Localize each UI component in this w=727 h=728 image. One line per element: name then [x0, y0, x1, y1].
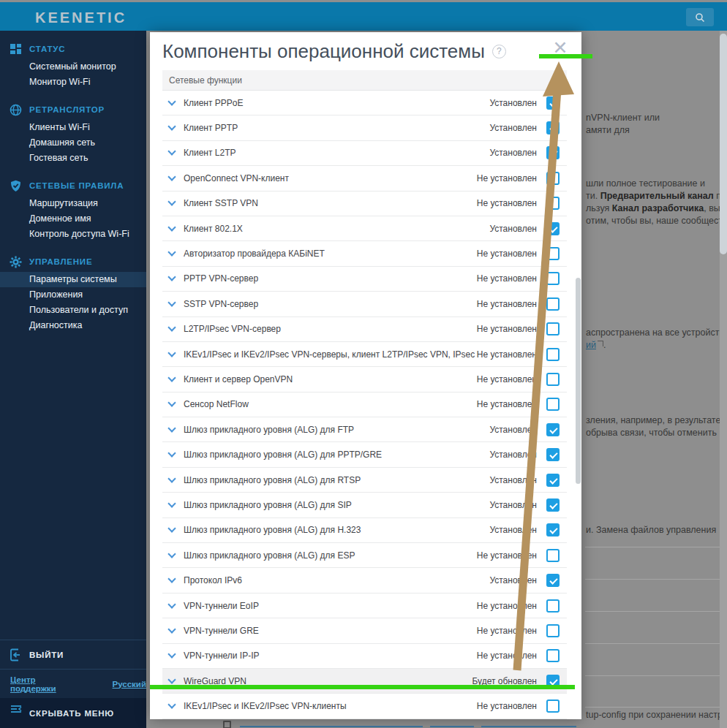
chevron-down-icon[interactable] — [167, 97, 176, 105]
shield-check-icon — [10, 180, 22, 192]
component-status: Не установлен — [477, 550, 537, 561]
chevron-down-icon[interactable] — [167, 248, 176, 256]
component-checkbox[interactable] — [546, 523, 560, 536]
chevron-down-icon[interactable] — [167, 651, 176, 659]
component-row: VPN-туннели IP-IP Не установлен — [162, 644, 567, 669]
sidebar-item[interactable]: Параметры системы — [0, 272, 146, 287]
component-row: SSTP VPN-сервер Не установлен — [162, 292, 567, 316]
sidebar-item[interactable]: Монитор Wi-Fi — [0, 75, 146, 90]
chevron-down-icon[interactable] — [167, 424, 176, 432]
sidebar-item[interactable]: Диагностика — [0, 318, 146, 333]
component-checkbox[interactable] — [546, 649, 560, 662]
chevron-down-icon[interactable] — [167, 223, 176, 231]
sidebar-item[interactable]: Маршрутизация — [0, 196, 146, 211]
component-status: Установлен — [489, 148, 537, 158]
chevron-down-icon[interactable] — [167, 399, 176, 407]
chevron-down-icon[interactable] — [167, 198, 176, 206]
component-checkbox[interactable] — [546, 474, 560, 487]
component-checkbox[interactable] — [546, 398, 560, 411]
chevron-down-icon[interactable] — [167, 273, 176, 281]
chevron-down-icon[interactable] — [167, 148, 176, 156]
component-checkbox[interactable] — [546, 197, 560, 210]
sidebar-section-repeater: РЕТРАНСЛЯТОР Клиенты Wi-FiДомашняя сетьГ… — [0, 104, 146, 166]
component-checkbox[interactable] — [546, 423, 560, 436]
sidebar-section-label: УПРАВЛЕНИЕ — [29, 257, 92, 266]
component-checkbox[interactable] — [546, 624, 560, 637]
component-name: Клиент 802.1X — [184, 224, 489, 234]
close-icon[interactable]: ✕ — [549, 37, 571, 58]
sidebar-item[interactable]: Системный монитор — [0, 59, 146, 75]
component-status: Установлен — [489, 123, 537, 133]
support-center-link[interactable]: Центр поддержки — [10, 675, 82, 693]
chevron-down-icon[interactable] — [167, 449, 176, 457]
component-name: Сенсор NetFlow — [184, 399, 477, 409]
language-link[interactable]: Русский — [113, 680, 146, 689]
chevron-down-icon[interactable] — [167, 525, 176, 533]
component-checkbox[interactable] — [546, 247, 560, 260]
bg-text: отим, чтобы вы, наше сообщество, как — [586, 216, 727, 226]
component-status: Установлен — [489, 98, 537, 108]
os-components-modal: Компоненты операционной системы ? ✕ Сете… — [150, 32, 581, 719]
sidebar-item[interactable]: Домашняя сеть — [0, 135, 146, 151]
component-status: Не установлен — [477, 374, 537, 384]
component-checkbox[interactable] — [546, 549, 560, 562]
chevron-down-icon[interactable] — [167, 499, 176, 507]
component-checkbox[interactable] — [546, 146, 560, 159]
chevron-down-icon[interactable] — [167, 625, 176, 633]
hide-menu-button[interactable]: СКРЫВАТЬ МЕНЮ — [0, 698, 146, 728]
sidebar-item[interactable]: Гостевая сеть — [0, 151, 146, 166]
component-row: PPTP VPN-сервер Не установлен — [162, 267, 567, 292]
chevron-down-icon[interactable] — [167, 675, 176, 683]
component-checkbox[interactable] — [546, 272, 560, 285]
sidebar-item[interactable]: Приложения — [0, 287, 146, 303]
modal-scrollbar-thumb[interactable] — [576, 278, 581, 484]
bg-text: и. Замена файлов управления — [586, 525, 716, 535]
component-name: VPN-туннели IP-IP — [184, 651, 477, 661]
sidebar-item[interactable]: Пользователи и доступ — [0, 303, 146, 318]
component-name: Протокол IPv6 — [184, 575, 489, 585]
component-status: Не установлен — [477, 349, 537, 360]
chevron-down-icon[interactable] — [167, 575, 176, 583]
chevron-down-icon[interactable] — [167, 550, 176, 558]
component-checkbox[interactable] — [546, 172, 560, 185]
sidebar-section-label: СЕТЕВЫЕ ПРАВИЛА — [29, 181, 124, 190]
component-checkbox[interactable] — [546, 373, 560, 386]
search-button[interactable] — [686, 8, 714, 26]
component-checkbox[interactable] — [546, 96, 560, 110]
page-scrollbar-thumb[interactable] — [720, 34, 727, 254]
component-name: Клиент L2TP — [184, 148, 489, 158]
sidebar-item[interactable]: Клиенты Wi-Fi — [0, 120, 146, 135]
component-checkbox[interactable] — [546, 322, 560, 335]
component-checkbox[interactable] — [546, 498, 560, 512]
bg-text: nVPN-клиент или — [586, 113, 660, 123]
sidebar-item[interactable]: Доменное имя — [0, 211, 146, 227]
component-checkbox[interactable] — [546, 675, 560, 688]
component-checkbox[interactable] — [546, 121, 560, 134]
component-status: Не установлен — [477, 701, 537, 711]
chevron-down-icon[interactable] — [167, 122, 176, 130]
hide-menu-icon — [10, 702, 23, 716]
component-checkbox[interactable] — [546, 348, 560, 361]
chevron-down-icon[interactable] — [167, 172, 176, 181]
bg-text: шли полное тестирование и — [586, 178, 705, 189]
component-name: IKEv1/IPsec и IKEv2/IPsec VPN-серверы, к… — [184, 349, 477, 360]
chevron-down-icon[interactable] — [167, 600, 176, 608]
component-checkbox[interactable] — [546, 297, 560, 311]
logout-button[interactable]: ВЫЙТИ — [0, 640, 146, 669]
sidebar-item[interactable]: Контроль доступа Wi-Fi — [0, 227, 146, 242]
component-checkbox[interactable] — [546, 448, 560, 461]
component-checkbox[interactable] — [546, 699, 560, 713]
component-checkbox[interactable] — [546, 574, 560, 587]
component-checkbox[interactable] — [546, 222, 560, 235]
chevron-down-icon[interactable] — [167, 349, 176, 357]
component-row: IKEv1/IPsec и IKEv2/IPsec VPN-клиенты Не… — [162, 694, 567, 718]
chevron-down-icon[interactable] — [167, 474, 176, 482]
chevron-down-icon[interactable] — [167, 324, 176, 332]
chevron-down-icon[interactable] — [167, 700, 176, 708]
chevron-down-icon[interactable] — [167, 298, 176, 306]
chevron-down-icon[interactable] — [167, 374, 176, 382]
component-row: OpenConnect VPN-клиент Не установлен — [162, 166, 567, 191]
component-checkbox[interactable] — [546, 599, 560, 613]
page-scrollbar[interactable] — [720, 31, 727, 728]
help-icon[interactable]: ? — [492, 45, 506, 58]
